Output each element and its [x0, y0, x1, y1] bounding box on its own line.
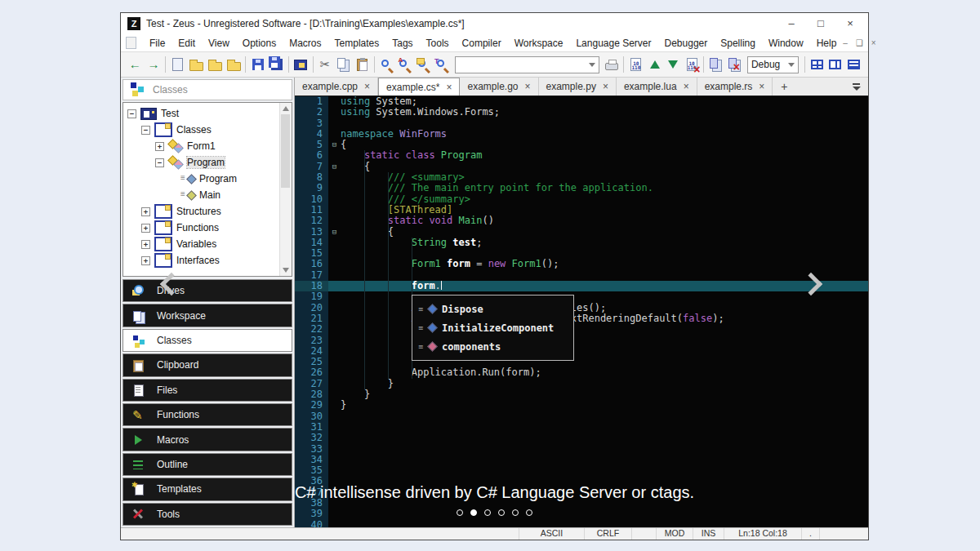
- tab-close-icon[interactable]: ×: [446, 82, 452, 92]
- find-tag-button[interactable]: [433, 55, 452, 74]
- code-line[interactable]: 21 Application.SetCompatibleTextRenderin…: [295, 313, 868, 324]
- tree-scrollbar[interactable]: [279, 103, 292, 276]
- fold-marker-icon[interactable]: [328, 140, 341, 150]
- save-all-button[interactable]: [267, 55, 286, 74]
- code-line[interactable]: 14 String test;: [295, 238, 868, 248]
- code-area[interactable]: 1using System;2using System.Windows.Form…: [295, 96, 868, 527]
- fold-marker-icon[interactable]: [328, 162, 341, 172]
- panel-tab-templates[interactable]: Templates: [122, 478, 292, 500]
- scroll-down-icon[interactable]: [283, 268, 289, 273]
- carousel-dot[interactable]: [457, 509, 463, 516]
- code-line[interactable]: 9 /// The main entry point for the appli…: [295, 183, 868, 193]
- code-line[interactable]: 29}: [295, 400, 868, 411]
- menu-item-options[interactable]: Options: [236, 36, 283, 51]
- open-folder-button[interactable]: [225, 55, 243, 74]
- tree-item-program[interactable]: −Program: [123, 154, 292, 171]
- completion-item-dispose[interactable]: ≡Dispose: [412, 300, 573, 318]
- find-in-files-button[interactable]: [414, 55, 433, 74]
- code-line[interactable]: 30: [295, 411, 868, 422]
- menu-item-templates[interactable]: Templates: [328, 36, 386, 51]
- code-line[interactable]: 38: [295, 498, 868, 509]
- code-line[interactable]: 22: [295, 324, 868, 335]
- layout-columns-button[interactable]: [826, 55, 844, 74]
- code-line[interactable]: 6 static class Program: [295, 150, 868, 161]
- tab-example-py[interactable]: example.py×: [539, 78, 617, 96]
- panel-tab-classes[interactable]: Classes: [122, 329, 292, 352]
- stop-compile-button[interactable]: [683, 55, 702, 74]
- mdi-close-button[interactable]: ×: [871, 38, 876, 47]
- code-line[interactable]: 37: [295, 487, 868, 498]
- tree-item-functions[interactable]: +Functions: [123, 220, 292, 236]
- find-button[interactable]: [377, 55, 396, 74]
- code-line[interactable]: 32: [295, 433, 868, 443]
- menu-item-macros[interactable]: Macros: [283, 36, 327, 51]
- tab-example-lua[interactable]: example.lua×: [617, 78, 697, 96]
- code-line[interactable]: 16 Form1 form = new Form1();: [295, 259, 868, 269]
- nav-back-button[interactable]: [126, 55, 145, 74]
- code-line[interactable]: 24 form.Invalidate();: [295, 346, 868, 357]
- mdi-minimize-button[interactable]: –: [843, 38, 848, 47]
- layout-rows-button[interactable]: [844, 55, 863, 74]
- compile-button[interactable]: [626, 55, 645, 74]
- panel-tab-files[interactable]: Files: [122, 379, 292, 402]
- nav-forward-button[interactable]: [145, 55, 163, 74]
- code-line[interactable]: 2using System.Windows.Forms;: [295, 107, 868, 118]
- code-line[interactable]: 20 Application.EnableVisualStyles();: [295, 303, 868, 313]
- tree-item-main[interactable]: Main: [123, 187, 292, 203]
- menu-item-tags[interactable]: Tags: [385, 36, 419, 51]
- code-line[interactable]: 3: [295, 118, 868, 129]
- tree-item-form1[interactable]: +Form1: [123, 138, 292, 154]
- code-line[interactable]: 36: [295, 476, 868, 487]
- search-input[interactable]: [459, 58, 589, 71]
- code-line[interactable]: 40: [295, 520, 868, 527]
- code-line[interactable]: 11 [STAThread]: [295, 205, 868, 216]
- code-line[interactable]: 7 {: [295, 162, 868, 172]
- paste-button[interactable]: [353, 55, 372, 74]
- code-line[interactable]: 13 {: [295, 227, 868, 238]
- code-line[interactable]: 12 static void Main(): [295, 216, 868, 226]
- cut-button[interactable]: [316, 55, 335, 74]
- menu-item-workspace[interactable]: Workspace: [508, 36, 570, 51]
- code-line[interactable]: 34: [295, 455, 868, 465]
- layout-grid-button[interactable]: [808, 55, 826, 74]
- tree-expander-icon[interactable]: +: [155, 142, 164, 151]
- tree-expander-icon[interactable]: +: [141, 207, 150, 216]
- tab-example-cpp[interactable]: example.cpp×: [295, 78, 378, 96]
- completion-item-components[interactable]: ≡components: [412, 337, 573, 356]
- panel-tab-workspace[interactable]: Workspace: [122, 304, 292, 327]
- code-line[interactable]: 35: [295, 465, 868, 476]
- menu-item-edit[interactable]: Edit: [172, 36, 202, 51]
- tab-example-cs[interactable]: example.cs*×: [378, 78, 460, 96]
- tab-example-go[interactable]: example.go×: [460, 78, 538, 96]
- code-line[interactable]: 4namespace WinForms: [295, 129, 868, 140]
- code-line[interactable]: 27 }: [295, 379, 868, 389]
- code-line[interactable]: 33: [295, 444, 868, 455]
- next-error-button[interactable]: [664, 55, 683, 74]
- menu-item-window[interactable]: Window: [762, 36, 810, 51]
- new-file-button[interactable]: [168, 55, 187, 74]
- tab-close-icon[interactable]: ×: [759, 82, 764, 91]
- scrollbar-thumb[interactable]: [281, 114, 290, 188]
- code-line[interactable]: 31: [295, 422, 868, 433]
- menu-item-view[interactable]: View: [202, 36, 236, 51]
- menu-item-spelling[interactable]: Spelling: [714, 36, 762, 51]
- panel-tab-macros[interactable]: Macros: [122, 428, 292, 451]
- code-line[interactable]: 19: [295, 291, 868, 302]
- code-line[interactable]: 8 /// <summary>: [295, 172, 868, 183]
- menu-item-help[interactable]: Help: [810, 36, 844, 51]
- build-button[interactable]: [706, 55, 725, 74]
- tab-close-icon[interactable]: ×: [684, 82, 689, 91]
- tree-expander-icon[interactable]: −: [155, 158, 164, 167]
- new-tab-button[interactable]: +: [773, 78, 795, 96]
- carousel-dot[interactable]: [498, 509, 505, 516]
- panel-tab-functions[interactable]: Functions: [122, 403, 292, 426]
- carousel-dot[interactable]: [484, 509, 491, 516]
- tree-expander-icon[interactable]: +: [141, 240, 150, 249]
- open-file-button[interactable]: [187, 55, 206, 74]
- tab-close-icon[interactable]: ×: [364, 82, 370, 91]
- code-line[interactable]: 28 }: [295, 389, 868, 400]
- carousel-dot[interactable]: [512, 509, 519, 516]
- code-line[interactable]: 5{: [295, 140, 868, 150]
- tree-expander-icon[interactable]: −: [127, 109, 136, 118]
- menu-item-debugger[interactable]: Debugger: [658, 36, 715, 51]
